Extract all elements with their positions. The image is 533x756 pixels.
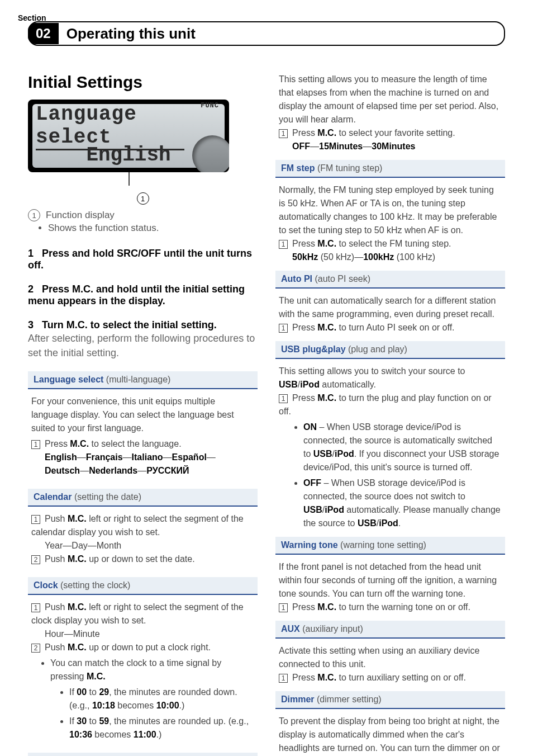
text: – When USB storage device/iPod is connec… bbox=[303, 478, 465, 501]
text: Press bbox=[292, 128, 317, 138]
step-2-number: 2 bbox=[28, 284, 34, 295]
val: 30 bbox=[77, 716, 87, 726]
enginetime-options: OFF—15Minutes—30Minutes bbox=[292, 140, 502, 153]
opt: Español bbox=[172, 452, 207, 462]
text: becomes bbox=[115, 701, 156, 710]
language-select-block: Language select (multi-language) For you… bbox=[28, 371, 258, 478]
text: Push bbox=[45, 514, 68, 523]
language-options: English—Français—Italiano—Español— Deuts… bbox=[45, 451, 254, 478]
usbpp-para: This setting allows you to switch your s… bbox=[279, 365, 502, 391]
mc-label: M.C. bbox=[68, 602, 87, 612]
step-1-number: 1 bbox=[28, 248, 34, 259]
calendar-head: Calendar (setting the date) bbox=[28, 489, 258, 507]
function-display-label: 1Function display bbox=[28, 209, 258, 221]
left-column: Initial Settings FUNC Language select En… bbox=[28, 73, 258, 756]
autopi-subtitle: (auto PI seek) bbox=[312, 274, 370, 284]
usb-label: USB bbox=[358, 518, 377, 528]
step-1-text: Press and hold SRC/OFF until the unit tu… bbox=[28, 248, 252, 271]
usb-label: USB bbox=[313, 449, 332, 459]
list-number-1: 1 bbox=[279, 324, 288, 333]
text: to bbox=[87, 716, 99, 726]
usb-label: USB bbox=[279, 380, 298, 389]
sep: — bbox=[80, 466, 89, 475]
opt: 15Minutes bbox=[319, 141, 363, 151]
autopi-title: Auto PI bbox=[281, 274, 312, 284]
fmstep-para: Normally, the FM tuning step employed by… bbox=[279, 183, 502, 237]
val: 00 bbox=[77, 687, 87, 697]
text: . bbox=[398, 518, 401, 528]
aux-block: AUX (auxiliary input) Activate this sett… bbox=[275, 621, 505, 684]
list-number-1: 1 bbox=[279, 674, 288, 683]
off-label: OFF bbox=[303, 478, 321, 488]
mc-label: M.C. bbox=[70, 439, 89, 448]
usbpp-body: This setting allows you to switch your s… bbox=[275, 359, 505, 530]
text: Press bbox=[45, 439, 70, 448]
text: You can match the clock to a time signal… bbox=[50, 658, 221, 681]
dimmer-head: Dimmer (dimmer setting) bbox=[275, 691, 505, 709]
calendar-body: 1Push M.C. left or right to select the s… bbox=[28, 507, 258, 566]
text: Push bbox=[45, 642, 68, 652]
dimmer-subtitle: (dimmer setting) bbox=[315, 694, 382, 704]
fmstep-subtitle: (FM tuning step) bbox=[315, 163, 382, 173]
language-select-body: For your convenience, this unit equips m… bbox=[28, 389, 258, 478]
mc-label: M.C. bbox=[68, 514, 87, 523]
text: Push bbox=[45, 554, 68, 564]
text: Press bbox=[292, 239, 317, 248]
enginetime-head: EngineTime alert (elapsed time display s… bbox=[28, 753, 258, 756]
lcd-func-label: FUNC bbox=[201, 102, 219, 110]
list-number-1: 1 bbox=[279, 129, 288, 138]
dimmer-title: Dimmer bbox=[281, 694, 315, 704]
aux-subtitle: (auxiliary input) bbox=[300, 624, 363, 634]
text: up or down to set the date. bbox=[87, 554, 195, 564]
language-select-desc: For your convenience, this unit equips m… bbox=[31, 395, 254, 435]
text: up or down to put a clock right. bbox=[87, 642, 211, 652]
opt: РУССКИЙ bbox=[146, 466, 189, 475]
text: to select the FM tuning step. bbox=[336, 239, 451, 248]
list-item: If 00 to 29, the minutes are rounded dow… bbox=[69, 686, 254, 712]
calendar-block: Calendar (setting the date) 1Push M.C. l… bbox=[28, 489, 258, 566]
enginetime-block: EngineTime alert (elapsed time display s… bbox=[28, 753, 258, 756]
sep: — bbox=[363, 141, 372, 151]
aux-body: Activate this setting when using an auxi… bbox=[275, 639, 505, 684]
opt: OFF bbox=[292, 141, 310, 151]
sep: — bbox=[207, 452, 216, 462]
text: Press bbox=[292, 323, 317, 332]
clock-body: 1Push M.C. left or right to select the s… bbox=[28, 595, 258, 741]
language-select-head: Language select (multi-language) bbox=[28, 371, 258, 389]
mc-label: M.C. bbox=[68, 642, 87, 652]
text: Press bbox=[292, 602, 317, 612]
usb-label: USB bbox=[303, 505, 322, 514]
mc-label: M.C. bbox=[87, 672, 106, 681]
on-label: ON bbox=[303, 422, 317, 432]
mc-label: M.C. bbox=[317, 239, 336, 248]
ipod-label: iPod bbox=[325, 505, 344, 514]
mc-label: M.C. bbox=[317, 673, 336, 682]
opt: 100kHz bbox=[363, 252, 394, 262]
step-3-number: 3 bbox=[28, 319, 34, 330]
warntone-title: Warning tone bbox=[281, 540, 338, 550]
ipod-label: iPod bbox=[300, 380, 320, 389]
list-number-2: 2 bbox=[31, 555, 40, 564]
autopi-para: The unit can automatically search for a … bbox=[279, 294, 502, 321]
function-display-bullet: Shows the function status. bbox=[48, 221, 258, 235]
text: , the minutes are rounded up. (e.g., bbox=[109, 716, 249, 726]
text: (50 kHz)— bbox=[318, 252, 363, 262]
callout-number: 1 bbox=[137, 192, 149, 205]
fmstep-head: FM step (FM tuning step) bbox=[275, 160, 505, 178]
list-number-1: 1 bbox=[31, 515, 40, 524]
warntone-block: Warning tone (warning tone setting) If t… bbox=[275, 537, 505, 614]
lcd-figure: FUNC Language select English 1 bbox=[28, 100, 258, 205]
enginetime-continuation: This setting allows you to measure the l… bbox=[275, 73, 505, 153]
aux-title: AUX bbox=[281, 624, 300, 634]
text: to select your favorite setting. bbox=[336, 128, 455, 138]
list-number-1: 1 bbox=[279, 240, 288, 249]
list-item: OFF – When USB storage device/iPod is co… bbox=[303, 476, 502, 530]
list-number-1: 1 bbox=[279, 394, 288, 403]
val: 11:00 bbox=[134, 730, 156, 739]
val: 10:18 bbox=[92, 701, 115, 710]
text: Push bbox=[45, 602, 68, 612]
usbpp-block: USB plug&play (plug and play) This setti… bbox=[275, 341, 505, 530]
ipod-label: iPod bbox=[379, 518, 398, 528]
text: to turn the warning tone on or off. bbox=[336, 602, 470, 612]
opt: 50kHz bbox=[292, 252, 318, 262]
